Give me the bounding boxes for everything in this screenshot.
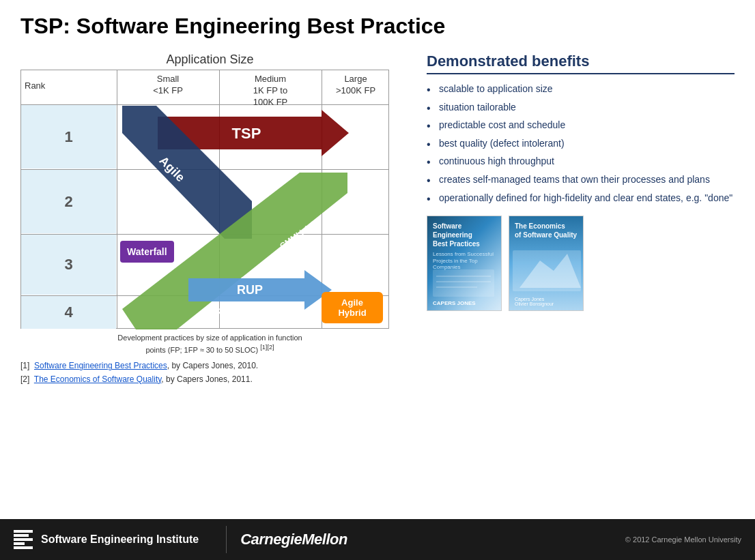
agile-hybrid-box: AgileHybrid bbox=[322, 292, 383, 323]
book1-author: CAPERS JONES bbox=[433, 300, 476, 306]
svg-rect-10 bbox=[433, 269, 494, 297]
book2-title: The Economicsof Software Quality bbox=[515, 222, 578, 239]
sei-logo-stripes bbox=[14, 530, 33, 549]
main-body: Application Size Rank Small<1K FP Medium… bbox=[20, 53, 735, 386]
svg-text:RUP: RUP bbox=[237, 283, 263, 297]
benefit-item: predictable cost and schedule bbox=[427, 119, 735, 132]
slide-title: TSP: Software Engineering Best Practice bbox=[20, 14, 735, 39]
footer-sei-name: Software Engineering Institute bbox=[41, 533, 199, 546]
benefit-item: situation tailorable bbox=[427, 101, 735, 115]
benefit-item: continuous high throughput bbox=[427, 155, 735, 168]
benefit-item: creates self-managed teams that own thei… bbox=[427, 173, 735, 187]
benefit-item: operationally defined for high-fidelity … bbox=[427, 192, 735, 205]
benefits-list: scalable to application size situation t… bbox=[427, 83, 735, 205]
book2-authors: Capers JonesOlivier Bonsignour bbox=[515, 297, 554, 306]
book2-decoration bbox=[513, 250, 581, 291]
book-cover-2: The Economicsof Software Quality Capers … bbox=[509, 216, 584, 311]
footnote-1-link[interactable]: Software Engineering Best Practices bbox=[34, 361, 167, 370]
header-large: Large>100K FP bbox=[325, 74, 386, 97]
grid-vline1 bbox=[117, 70, 117, 328]
right-section: Demonstrated benefits scalable to applic… bbox=[420, 53, 735, 386]
footer-copyright: © 2012 Carnegie Mellon University bbox=[625, 535, 741, 544]
rank-cell-3: 3 bbox=[21, 235, 116, 295]
ranking-grid: Rank Small<1K FP Medium1K FP to100K FP L… bbox=[20, 70, 389, 329]
rank-cell-1: 1 bbox=[21, 105, 116, 168]
caption-text: Development practices by size of applica… bbox=[20, 333, 399, 355]
book1-decoration bbox=[433, 269, 494, 297]
footnote-2: [2] The Economics of Software Quality, b… bbox=[20, 373, 399, 386]
footnotes: [1] Software Engineering Best Practices,… bbox=[20, 359, 399, 385]
header-medium: Medium1K FP to100K FP bbox=[223, 74, 318, 108]
footer: Software Engineering Institute CarnegieM… bbox=[0, 519, 755, 560]
header-rank: Rank bbox=[25, 80, 45, 91]
app-size-label: Application Size bbox=[20, 53, 399, 67]
rank-cell-2: 2 bbox=[21, 170, 116, 233]
footer-divider bbox=[226, 526, 227, 553]
book1-subtitle: Lessons from Successful Projects in the … bbox=[433, 251, 496, 271]
left-section: Application Size Rank Small<1K FP Medium… bbox=[20, 53, 399, 386]
book-cover-1: Software EngineeringBest Practices Lesso… bbox=[427, 216, 502, 311]
benefit-item: best quality (defect intolerant) bbox=[427, 137, 735, 151]
footer-cmu-name: CarnegieMellon bbox=[240, 531, 347, 548]
footnote-2-link[interactable]: The Economics of Software Quality bbox=[34, 374, 162, 384]
benefits-title: Demonstrated benefits bbox=[427, 53, 735, 74]
rup-arrow: RUP bbox=[188, 270, 332, 310]
book1-title: Software EngineeringBest Practices bbox=[433, 222, 496, 248]
slide-content: TSP: Software Engineering Best Practice … bbox=[0, 0, 755, 519]
benefit-item: scalable to application size bbox=[427, 83, 735, 96]
header-small: Small<1K FP bbox=[120, 74, 216, 97]
rank-cell-4: 4 bbox=[21, 296, 116, 329]
books-row: Software EngineeringBest Practices Lesso… bbox=[427, 216, 735, 311]
footer-logo: Software Engineering Institute bbox=[14, 530, 199, 549]
footnote-1: [1] Software Engineering Best Practices,… bbox=[20, 359, 399, 372]
